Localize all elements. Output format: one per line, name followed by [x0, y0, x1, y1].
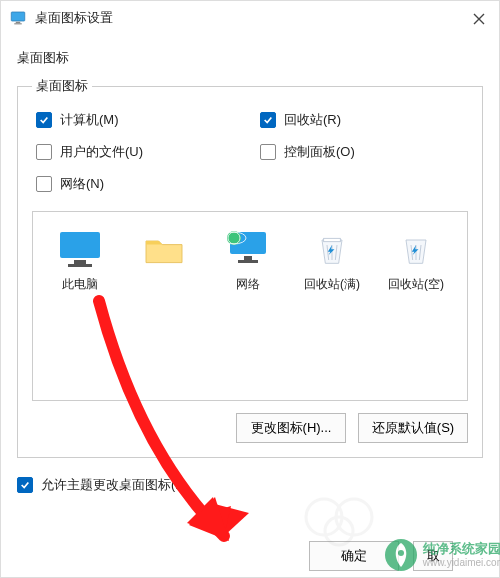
checkbox-label: 网络(N): [60, 175, 104, 193]
check-icon: [36, 176, 52, 192]
recycle-full-icon: [308, 230, 356, 270]
folder-icon: [140, 230, 188, 270]
svg-rect-3: [60, 232, 100, 258]
preview-recycle-full[interactable]: 回收站(满): [297, 230, 367, 293]
icon-action-row: 更改图标(H)... 还原默认值(S): [32, 413, 468, 443]
checkbox-label: 回收站(R): [284, 111, 341, 129]
preview-this-pc[interactable]: 此电脑: [45, 230, 115, 293]
svg-rect-7: [244, 256, 252, 260]
icons-group: 桌面图标 计算机(M) 回收站(R) 用户的文件(U): [17, 77, 483, 458]
check-icon: [260, 144, 276, 160]
svg-rect-0: [11, 12, 25, 21]
monitor-icon: [56, 230, 104, 270]
network-icon: [224, 230, 272, 270]
preview-label: 回收站(满): [297, 276, 367, 293]
check-icon: [260, 112, 276, 128]
close-button[interactable]: [467, 7, 491, 31]
checkbox-label: 用户的文件(U): [60, 143, 143, 161]
svg-rect-10: [324, 238, 341, 241]
check-icon: [36, 112, 52, 128]
restore-default-button[interactable]: 还原默认值(S): [358, 413, 468, 443]
svg-rect-1: [16, 22, 21, 24]
checkbox-label: 计算机(M): [60, 111, 119, 129]
checkbox-recycle[interactable]: 回收站(R): [260, 111, 464, 129]
svg-rect-2: [14, 23, 22, 24]
preview-folder[interactable]: [129, 230, 199, 293]
group-legend: 桌面图标: [32, 77, 92, 95]
icon-preview-box: 此电脑: [32, 211, 468, 401]
watermark: 纯净系统家园 www.yidaimei.com: [383, 537, 500, 573]
checkbox-userfiles[interactable]: 用户的文件(U): [36, 143, 240, 161]
preview-label: 网络: [213, 276, 283, 293]
preview-network[interactable]: 网络: [213, 230, 283, 293]
allow-theme-checkbox[interactable]: 允许主题更改桌面图标(L): [17, 476, 483, 494]
section-label: 桌面图标: [17, 43, 483, 77]
svg-point-9: [227, 231, 241, 245]
watermark-text: 纯净系统家园 www.yidaimei.com: [423, 542, 500, 567]
checkbox-network[interactable]: 网络(N): [36, 175, 240, 193]
checkbox-computer[interactable]: 计算机(M): [36, 111, 240, 129]
checkbox-label: 控制面板(O): [284, 143, 355, 161]
icon-row: 此电脑: [45, 230, 455, 293]
window-title: 桌面图标设置: [35, 9, 113, 27]
dialog-window: 桌面图标设置 桌面图标 桌面图标 计算机(M) 回收站(R): [0, 0, 500, 578]
preview-label: 回收站(空): [381, 276, 451, 293]
content-area: 桌面图标 桌面图标 计算机(M) 回收站(R): [1, 35, 499, 510]
watermark-logo-icon: [383, 537, 419, 573]
app-icon: [9, 9, 27, 27]
checkbox-control[interactable]: 控制面板(O): [260, 143, 464, 161]
watermark-cn: 纯净系统家园: [423, 542, 500, 556]
svg-rect-5: [68, 264, 92, 267]
check-icon: [36, 144, 52, 160]
titlebar: 桌面图标设置: [1, 1, 499, 35]
checkbox-grid: 计算机(M) 回收站(R) 用户的文件(U) 控制面板(O): [32, 105, 468, 197]
preview-label: 此电脑: [45, 276, 115, 293]
recycle-empty-icon: [392, 230, 440, 270]
svg-rect-4: [74, 260, 86, 264]
check-icon: [17, 477, 33, 493]
checkbox-label: 允许主题更改桌面图标(L): [41, 476, 187, 494]
preview-recycle-empty[interactable]: 回收站(空): [381, 230, 451, 293]
watermark-url: www.yidaimei.com: [423, 557, 500, 568]
svg-rect-8: [238, 260, 258, 263]
change-icon-button[interactable]: 更改图标(H)...: [236, 413, 346, 443]
svg-point-17: [398, 550, 404, 556]
